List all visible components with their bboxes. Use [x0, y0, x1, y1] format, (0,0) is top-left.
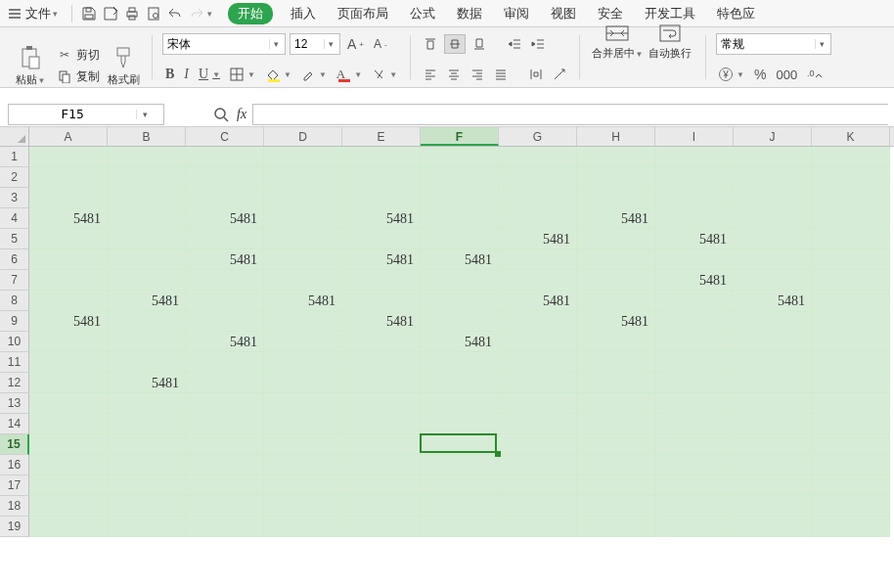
cell[interactable] — [29, 229, 108, 249]
tab-视图[interactable]: 视图 — [547, 3, 580, 24]
cell[interactable] — [108, 475, 186, 496]
cell[interactable] — [577, 496, 655, 517]
column-header[interactable]: C — [186, 127, 264, 146]
font-size-input[interactable] — [291, 34, 324, 54]
name-box[interactable]: ▾ — [8, 104, 164, 125]
cell[interactable] — [342, 352, 421, 373]
column-header[interactable]: H — [577, 127, 655, 146]
cell[interactable] — [342, 393, 421, 414]
cell[interactable] — [655, 249, 734, 270]
search-icon[interactable] — [213, 107, 233, 122]
row-header[interactable]: 15 — [0, 434, 29, 455]
column-header[interactable]: G — [499, 127, 577, 146]
cell[interactable] — [421, 434, 499, 455]
cell[interactable] — [577, 249, 655, 270]
clear-format-button[interactable]: ▼ — [369, 66, 400, 83]
cell[interactable] — [342, 188, 421, 208]
cell[interactable] — [577, 270, 655, 291]
cell[interactable] — [499, 475, 577, 496]
column-header[interactable]: D — [264, 127, 342, 146]
cell[interactable] — [499, 147, 577, 167]
cell[interactable] — [108, 188, 186, 208]
cell[interactable] — [29, 434, 108, 455]
cell[interactable] — [264, 455, 342, 475]
cell[interactable] — [421, 188, 499, 208]
cell[interactable] — [342, 167, 421, 188]
tab-特色应[interactable]: 特色应 — [713, 3, 759, 24]
cell[interactable] — [812, 393, 890, 414]
cell[interactable] — [655, 352, 734, 373]
cell[interactable] — [342, 414, 421, 434]
cell[interactable] — [264, 147, 342, 167]
column-header[interactable]: B — [108, 127, 186, 146]
cell[interactable] — [186, 291, 264, 311]
row-header[interactable]: 11 — [0, 352, 29, 373]
cell[interactable] — [421, 208, 499, 229]
cell[interactable] — [421, 291, 499, 311]
number-format-combo[interactable]: ▾ — [716, 33, 831, 55]
save-button[interactable] — [78, 3, 100, 24]
cell[interactable] — [264, 167, 342, 188]
cell[interactable] — [734, 332, 812, 352]
row-header[interactable]: 16 — [0, 455, 29, 475]
cell[interactable]: 5481 — [499, 229, 577, 249]
cell[interactable] — [186, 229, 264, 249]
cell[interactable] — [577, 414, 655, 434]
cell[interactable] — [655, 475, 734, 496]
cell[interactable] — [264, 414, 342, 434]
cell[interactable] — [342, 270, 421, 291]
cell[interactable] — [734, 414, 812, 434]
cell[interactable] — [264, 332, 342, 352]
cell[interactable] — [108, 414, 186, 434]
column-header[interactable]: A — [29, 127, 108, 146]
cell[interactable] — [264, 352, 342, 373]
cell[interactable] — [577, 434, 655, 455]
cell[interactable] — [655, 393, 734, 414]
cell[interactable]: 5481 — [186, 208, 264, 229]
align-left-button[interactable] — [421, 66, 440, 83]
row-header[interactable]: 18 — [0, 496, 29, 517]
cell[interactable] — [421, 496, 499, 517]
bold-button[interactable]: B — [162, 65, 177, 84]
cell[interactable] — [499, 496, 577, 517]
cut-button[interactable]: ✂剪切 — [53, 44, 103, 66]
cell[interactable] — [264, 475, 342, 496]
cell[interactable] — [655, 455, 734, 475]
cell[interactable] — [342, 147, 421, 167]
cell[interactable] — [421, 311, 499, 332]
cell[interactable]: 5481 — [342, 311, 421, 332]
align-right-button[interactable] — [468, 66, 487, 83]
format-painter-button[interactable]: 格式刷 — [105, 45, 142, 87]
cell[interactable] — [499, 455, 577, 475]
chevron-down-icon[interactable]: ▾ — [136, 110, 154, 119]
cell[interactable] — [29, 373, 108, 393]
cell[interactable] — [734, 270, 812, 291]
cell[interactable] — [421, 373, 499, 393]
cell[interactable] — [734, 208, 812, 229]
cell[interactable] — [812, 229, 890, 249]
cell[interactable] — [734, 517, 812, 537]
cell[interactable] — [108, 208, 186, 229]
cell[interactable] — [577, 332, 655, 352]
undo-button[interactable] — [164, 3, 186, 24]
column-header[interactable]: J — [734, 127, 812, 146]
cell[interactable] — [812, 270, 890, 291]
cell[interactable] — [186, 188, 264, 208]
cell[interactable] — [499, 270, 577, 291]
cell[interactable] — [29, 475, 108, 496]
font-name-input[interactable] — [163, 34, 269, 54]
cell[interactable] — [108, 229, 186, 249]
cell[interactable] — [29, 291, 108, 311]
cell[interactable] — [186, 455, 264, 475]
cell[interactable] — [342, 434, 421, 455]
orientation-button[interactable] — [550, 66, 569, 83]
font-color-button[interactable]: A▼ — [334, 65, 365, 84]
cell[interactable] — [264, 373, 342, 393]
row-header[interactable]: 2 — [0, 167, 29, 188]
cell[interactable] — [264, 270, 342, 291]
shrink-font-button[interactable]: A- — [371, 35, 390, 53]
merge-center-button[interactable]: 合并居中▼ — [590, 23, 645, 61]
cell[interactable] — [577, 229, 655, 249]
cell[interactable]: 5481 — [421, 249, 499, 270]
cell[interactable]: 5481 — [186, 332, 264, 352]
